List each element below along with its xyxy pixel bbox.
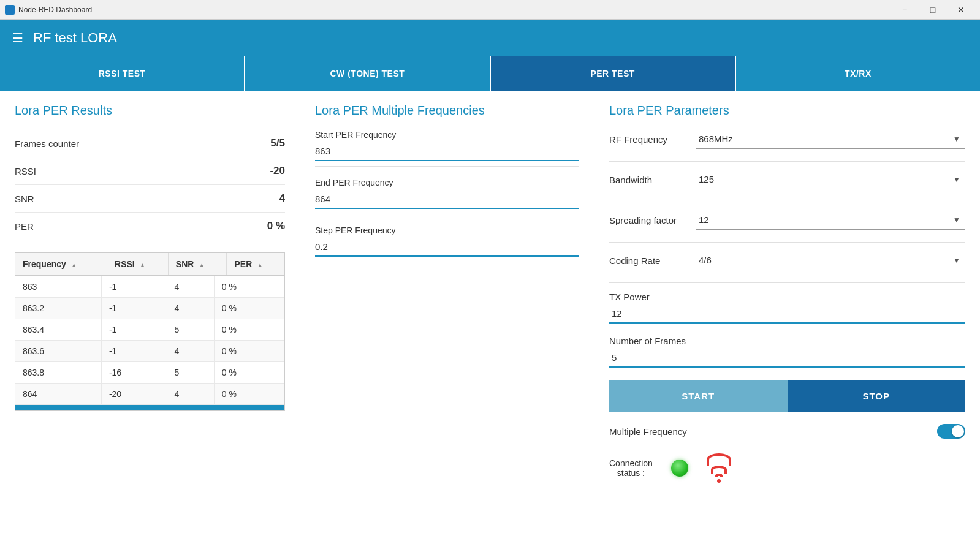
connection-status-row: Connectionstatus : — [609, 453, 965, 483]
titlebar-controls: − □ ✕ — [891, 0, 975, 20]
app-icon — [5, 5, 15, 15]
bandwidth-row: Bandwidth 125 250 500 ▼ — [609, 170, 965, 189]
coding-rate-row: Coding Rate 4/54/64/74/8 ▼ — [609, 251, 965, 270]
coding-rate-label: Coding Rate — [609, 255, 689, 266]
data-table-wrapper: Frequency ▲ RSSI ▲ SNR ▲ — [15, 252, 285, 411]
step-freq-input[interactable] — [315, 238, 579, 257]
table-cell-per: 0 % — [214, 319, 284, 341]
rssi-row: RSSI -20 — [15, 157, 285, 185]
table-cell-frequency: 863 — [15, 276, 101, 298]
table-row: 863.6-140 % — [15, 341, 284, 362]
table-cell-rssi: -1 — [101, 276, 167, 298]
minimize-button[interactable]: − — [891, 0, 919, 20]
start-freq-label: Start PER Frequency — [315, 130, 579, 140]
content-area: Lora PER Results Frames counter 5/5 RSSI… — [0, 91, 980, 560]
end-freq-input[interactable] — [315, 190, 579, 209]
per-row: PER 0 % — [15, 213, 285, 240]
start-button[interactable]: START — [609, 380, 788, 412]
spreading-factor-select[interactable]: 789101112 — [696, 211, 965, 229]
coding-rate-select-wrapper: 4/54/64/74/8 ▼ — [696, 251, 965, 270]
table-scroll[interactable]: 863-140 %863.2-140 %863.4-150 %863.6-140… — [15, 276, 284, 405]
table-cell-per: 0 % — [214, 384, 284, 405]
table-cell-frequency: 863.6 — [15, 341, 101, 362]
table-hscroll[interactable] — [15, 405, 284, 410]
close-button[interactable]: ✕ — [947, 0, 975, 20]
end-freq-group: End PER Frequency — [315, 178, 579, 214]
rf-frequency-label: RF Frequency — [609, 134, 689, 145]
rf-frequency-select-wrapper: 868MHz 915MHz 433MHz ▼ — [696, 130, 965, 149]
table-cell-snr: 4 — [167, 276, 214, 298]
sort-per-icon: ▲ — [257, 262, 263, 268]
num-frames-row: Number of Frames — [609, 336, 965, 368]
tx-power-row: TX Power — [609, 292, 965, 324]
table-cell-snr: 5 — [167, 362, 214, 384]
action-buttons: START STOP — [609, 380, 965, 412]
table-cell-frequency: 863.8 — [15, 362, 101, 384]
maximize-button[interactable]: □ — [919, 0, 947, 20]
multiple-freq-title: Lora PER Multiple Frequencies — [315, 104, 579, 118]
wifi-arc-inner — [715, 474, 723, 477]
table-cell-rssi: -1 — [101, 319, 167, 341]
coding-rate-select[interactable]: 4/54/64/74/8 — [696, 251, 965, 270]
per-label: PER — [15, 221, 34, 232]
start-freq-input[interactable] — [315, 142, 579, 161]
bandwidth-label: Bandwidth — [609, 175, 689, 185]
wifi-arc-outer — [707, 453, 731, 466]
rssi-value: -20 — [270, 165, 285, 177]
tx-power-label: TX Power — [609, 292, 689, 302]
snr-value: 4 — [279, 192, 285, 205]
main-content: RSSI TEST CW (TONE) TEST PER TEST TX/RX … — [0, 56, 980, 560]
col-snr[interactable]: SNR ▲ — [168, 253, 227, 276]
frames-counter-row: Frames counter 5/5 — [15, 130, 285, 157]
right-panel: Lora PER Parameters RF Frequency 868MHz … — [594, 91, 980, 560]
col-rssi[interactable]: RSSI ▲ — [107, 253, 169, 276]
wifi-dot — [717, 479, 721, 483]
table-cell-rssi: -20 — [101, 384, 167, 405]
tab-bar: RSSI TEST CW (TONE) TEST PER TEST TX/RX — [0, 56, 980, 91]
table-cell-rssi: -1 — [101, 341, 167, 362]
titlebar-left: Node-RED Dashboard — [5, 5, 92, 15]
table-row: 863-140 % — [15, 276, 284, 298]
per-results-title: Lora PER Results — [15, 104, 285, 118]
tab-per-test[interactable]: PER TEST — [491, 56, 736, 91]
spreading-factor-label: Spreading factor — [609, 215, 689, 225]
end-freq-label: End PER Frequency — [315, 178, 579, 187]
sort-rssi-icon: ▲ — [140, 262, 146, 268]
table-row: 863.8-1650 % — [15, 362, 284, 384]
frames-counter-label: Frames counter — [15, 138, 79, 149]
rf-frequency-row: RF Frequency 868MHz 915MHz 433MHz ▼ — [609, 130, 965, 149]
table-cell-snr: 4 — [167, 298, 214, 319]
app-title: RF test LORA — [33, 30, 117, 46]
tab-txrx[interactable]: TX/RX — [736, 56, 980, 91]
tx-power-input[interactable] — [609, 305, 965, 322]
multiple-freq-toggle[interactable] — [937, 424, 965, 439]
col-per[interactable]: PER ▲ — [227, 253, 284, 276]
col-frequency[interactable]: Frequency ▲ — [15, 253, 107, 276]
rf-frequency-select[interactable]: 868MHz 915MHz 433MHz — [696, 130, 965, 148]
table-cell-snr: 5 — [167, 319, 214, 341]
table-cell-per: 0 % — [214, 276, 284, 298]
tx-power-input-wrapper — [609, 305, 965, 324]
multiple-freq-label: Multiple Frequency — [609, 426, 687, 437]
table-cell-rssi: -1 — [101, 298, 167, 319]
per-table-body: 863-140 %863.2-140 %863.4-150 %863.6-140… — [15, 276, 284, 405]
per-table: Frequency ▲ RSSI ▲ SNR ▲ — [15, 253, 284, 276]
bandwidth-select-wrapper: 125 250 500 ▼ — [696, 170, 965, 189]
stop-button[interactable]: STOP — [788, 380, 966, 412]
snr-label: SNR — [15, 194, 34, 204]
spreading-factor-row: Spreading factor 789101112 ▼ — [609, 211, 965, 230]
tab-rssi-test[interactable]: RSSI TEST — [0, 56, 245, 91]
tab-cw-test[interactable]: CW (TONE) TEST — [245, 56, 490, 91]
table-cell-snr: 4 — [167, 341, 214, 362]
app-header: ☰ RF test LORA — [0, 20, 980, 56]
connection-status-dot — [671, 460, 688, 477]
toggle-knob — [952, 425, 964, 437]
per-value: 0 % — [267, 220, 285, 232]
num-frames-input[interactable] — [609, 349, 965, 366]
frames-counter-value: 5/5 — [270, 137, 285, 149]
bandwidth-select[interactable]: 125 250 500 — [696, 170, 965, 189]
menu-icon[interactable]: ☰ — [12, 31, 23, 45]
table-cell-rssi: -16 — [101, 362, 167, 384]
table-cell-frequency: 864 — [15, 384, 101, 405]
table-cell-per: 0 % — [214, 362, 284, 384]
